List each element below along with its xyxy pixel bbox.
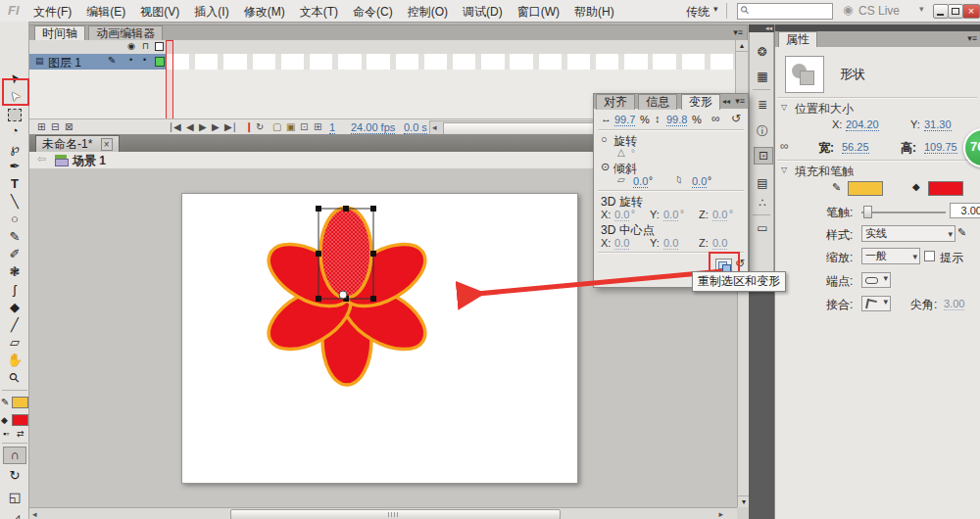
delete-layer-button[interactable]: ⊠	[65, 121, 73, 132]
back-arrow-icon[interactable]: ⇦	[37, 153, 46, 165]
stage-hscroll-left-icon[interactable]: ◂	[32, 509, 37, 519]
loop-button[interactable]: ↻	[256, 121, 264, 132]
menu-item-text[interactable]: 文本(T)	[300, 4, 338, 21]
rotate-radio[interactable]: ○	[601, 133, 608, 145]
outline-column-icon[interactable]	[155, 42, 164, 51]
stroke-color-control[interactable]: ✎	[1, 395, 9, 408]
fill-color-chip[interactable]	[928, 181, 963, 196]
layer-visibility-dot[interactable]: •	[129, 55, 132, 65]
bone-tool[interactable]: ʃ	[3, 282, 26, 299]
cs-live-arrow-icon[interactable]: ▾	[919, 4, 924, 14]
stroke-color-chip[interactable]	[848, 181, 883, 196]
edit-stroke-style-icon[interactable]: ✎	[957, 226, 966, 239]
scale-option[interactable]: ◱	[3, 490, 26, 506]
document-tab-label[interactable]: 未命名-1*	[42, 137, 92, 151]
show-hide-column-icon[interactable]: ◉	[127, 41, 135, 51]
workspace-switcher[interactable]: 传统	[686, 4, 710, 21]
swatches-panel-icon[interactable]: ▦	[754, 69, 771, 84]
go-to-first-frame-button[interactable]: ∣◀	[169, 121, 181, 132]
join-dropdown[interactable]: ▾	[861, 296, 891, 311]
lock-dimensions-icon[interactable]: ∞	[780, 139, 789, 153]
library-panel-icon[interactable]: ▭	[754, 220, 771, 236]
x-value[interactable]: 204.20	[846, 118, 879, 131]
layer-row[interactable]: ▤ 图层 1 ✎ • •	[29, 54, 167, 71]
hints-checkbox[interactable]	[924, 251, 935, 261]
current-frame[interactable]: 1	[329, 121, 335, 134]
zoom-tool[interactable]: ⚲	[3, 370, 26, 387]
tab-info[interactable]: 信息	[638, 94, 677, 110]
stage-hscroll-thumb[interactable]	[230, 509, 561, 519]
position-section-title[interactable]: 位置和大小	[795, 101, 854, 118]
constrain-icon[interactable]: ∞	[711, 112, 720, 125]
distort-option[interactable]: ◿	[3, 511, 26, 519]
rotate-skew-option[interactable]: ↻	[3, 468, 26, 485]
go-to-last-frame-button[interactable]: ▶∣	[224, 121, 237, 132]
stroke-slider-thumb[interactable]	[863, 206, 872, 218]
lock-column-icon[interactable]: ⊓	[142, 41, 149, 51]
onion-skin-button[interactable]: ▢	[272, 121, 281, 132]
paint-bucket-tool[interactable]: ◆	[3, 300, 26, 316]
style-dropdown[interactable]: 实线 ▾	[861, 225, 956, 242]
edit-multiple-frames-button[interactable]: ⊡	[300, 121, 308, 132]
stroke-color-swatch[interactable]	[12, 397, 28, 408]
miter-value[interactable]: 3.00	[944, 298, 964, 310]
snap-to-objects-option[interactable]: ∩	[3, 447, 26, 464]
frames-area[interactable]	[167, 54, 735, 71]
transform-panel-icon[interactable]: ⊡	[754, 147, 773, 165]
color-panel-icon[interactable]: ❂	[754, 44, 771, 60]
height-scale-value[interactable]: 99.8	[666, 114, 687, 126]
menu-item-commands[interactable]: 命令(C)	[353, 4, 393, 21]
stroke-weight-input[interactable]: 3.00	[950, 203, 980, 218]
code-snippets-panel-icon[interactable]: ▤	[754, 175, 771, 191]
skew-horizontal-value[interactable]: 0.0	[633, 175, 648, 188]
line-tool[interactable]: ╲	[3, 194, 26, 211]
info-panel-icon[interactable]: ⓘ	[754, 123, 771, 139]
tab-properties[interactable]: 属性	[778, 31, 817, 47]
default-colors-button[interactable]: ▪▫	[3, 429, 9, 439]
eyedropper-tool[interactable]: ╱	[3, 317, 26, 334]
cap-dropdown[interactable]: ▾	[861, 272, 891, 288]
fill-section-arrow-icon[interactable]: ▽	[781, 165, 787, 174]
text-tool[interactable]: T	[3, 176, 26, 193]
hand-tool[interactable]: ✋	[3, 353, 26, 369]
cs-live-label[interactable]: CS Live	[858, 4, 900, 18]
stage-hscroll-right-icon[interactable]: ▸	[718, 509, 723, 519]
frame-rate[interactable]: 24.00 fps	[351, 121, 395, 134]
dock-collapse-icon[interactable]: ◂◂	[749, 24, 774, 32]
play-button[interactable]: ▶	[199, 121, 207, 132]
close-button[interactable]: ×	[962, 4, 980, 19]
menu-item-modify[interactable]: 修改(M)	[244, 4, 285, 21]
stage[interactable]	[181, 193, 578, 484]
menu-item-help[interactable]: 帮助(H)	[574, 4, 614, 21]
position-section-arrow-icon[interactable]: ▽	[781, 103, 787, 112]
tab-motion-editor[interactable]: 动画编辑器	[88, 25, 163, 41]
timeline-hscroll-left-icon[interactable]: ◂	[432, 122, 437, 132]
menu-item-window[interactable]: 窗口(W)	[517, 4, 560, 21]
stage-hscrollbar[interactable]: ◂ ▸	[29, 507, 737, 519]
onion-skin-outline-button[interactable]: ▣	[286, 121, 295, 132]
tab-timeline[interactable]: 时间轴	[34, 25, 85, 41]
menu-item-control[interactable]: 控制(O)	[408, 4, 448, 21]
pencil-tool[interactable]: ✎	[3, 229, 26, 246]
skew-vertical-value[interactable]: 0.0	[692, 175, 707, 188]
workspace-arrow-icon[interactable]: ▾	[713, 4, 718, 14]
search-input[interactable]: ⚲	[737, 3, 833, 20]
step-back-button[interactable]: ◀	[186, 121, 194, 132]
layer-outline-color[interactable]	[155, 57, 165, 67]
properties-panel-menu-icon[interactable]: ▾≡	[967, 33, 977, 43]
frame-ruler[interactable]	[167, 40, 735, 55]
fill-color-swatch[interactable]	[12, 414, 28, 426]
swap-colors-button[interactable]: ⇄	[17, 429, 24, 439]
motion-presets-panel-icon[interactable]: ∴	[754, 195, 771, 211]
new-folder-button[interactable]: ⊟	[51, 121, 59, 132]
menu-item-view[interactable]: 视图(V)	[140, 4, 179, 21]
skew-radio[interactable]: ⊙	[601, 161, 610, 173]
transform-collapse-icon[interactable]: ◂◂	[722, 97, 730, 106]
scale-dropdown[interactable]: 一般 ▾	[861, 248, 920, 264]
width-value[interactable]: 56.25	[842, 141, 869, 154]
width-scale-value[interactable]: 99.7	[614, 114, 635, 126]
new-layer-button[interactable]: ⊞	[37, 121, 45, 132]
free-transform-tool[interactable]	[3, 106, 26, 122]
menu-item-insert[interactable]: 插入(I)	[194, 4, 228, 21]
tab-align[interactable]: 对齐	[596, 94, 635, 110]
